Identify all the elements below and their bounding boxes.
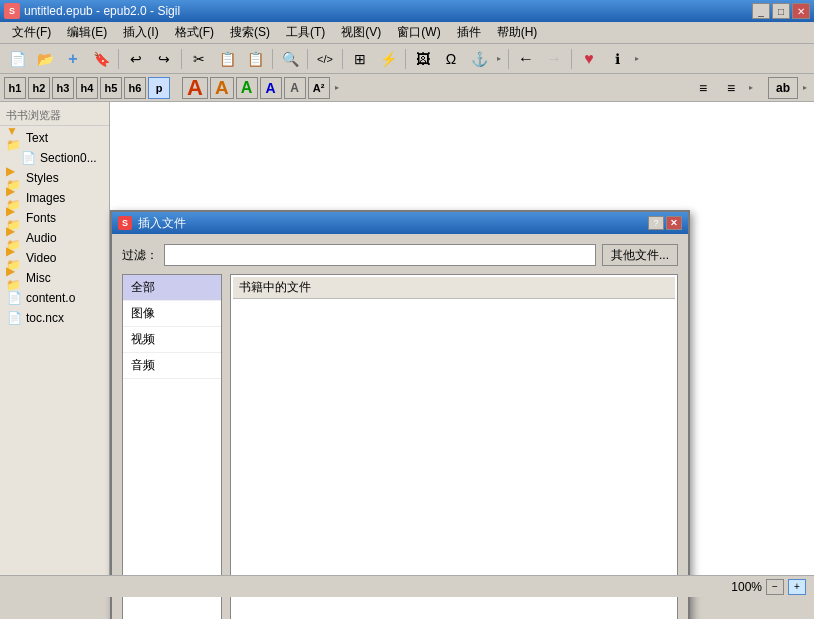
heading-toolbar: h1 h2 h3 h4 h5 h6 p A A A A A A² ▸ ≡ ≡ ▸… <box>0 74 814 102</box>
ab-more-arrow[interactable]: ▸ <box>800 76 810 100</box>
main-toolbar: 📄 📂 + 🔖 ↩ ↪ ✂ 📋 📋 🔍 </> ⊞ ⚡ 🖼 Ω ⚓ ▸ ← → … <box>0 44 814 74</box>
dialog-content-area: 全部 图像 视频 音频 书籍中的文件 <box>122 274 678 619</box>
file-list[interactable]: 书籍中的文件 <box>230 274 678 619</box>
menu-search[interactable]: 搜索(S) <box>222 22 278 43</box>
heading1-button[interactable]: h1 <box>4 77 26 99</box>
heading5-button[interactable]: h5 <box>100 77 122 99</box>
menu-insert[interactable]: 插入(I) <box>115 22 166 43</box>
app-title: untitled.epub - epub2.0 - Sigil <box>24 4 752 18</box>
toolbar-separator-2 <box>181 49 182 69</box>
cat-item-audio[interactable]: 音频 <box>123 353 221 379</box>
code-view-button[interactable]: </> <box>312 47 338 71</box>
search-button[interactable]: 🔍 <box>277 47 303 71</box>
cat-item-video[interactable]: 视频 <box>123 327 221 353</box>
file-icon-content: 📄 <box>6 290 22 306</box>
anchor-button[interactable]: ⚓ <box>466 47 492 71</box>
dialog-title-bar: S 插入文件 ? ✕ <box>112 212 688 234</box>
toolbar-separator-7 <box>508 49 509 69</box>
category-list: 全部 图像 视频 音频 <box>122 274 222 619</box>
heading4-button[interactable]: h4 <box>76 77 98 99</box>
menu-tools[interactable]: 工具(T) <box>278 22 333 43</box>
font-large-button[interactable]: A <box>182 77 208 99</box>
cut-button[interactable]: ✂ <box>186 47 212 71</box>
dialog-body: 过滤： 其他文件... 全部 图像 视频 音频 书籍中的文件 <box>112 234 688 619</box>
cat-item-images[interactable]: 图像 <box>123 301 221 327</box>
font-medium-large-button[interactable]: A <box>210 77 234 99</box>
file-icon-toc: 📄 <box>6 310 22 326</box>
cat-item-all[interactable]: 全部 <box>123 275 221 301</box>
forward-button: → <box>541 47 567 71</box>
font-toolbar-more[interactable]: ▸ <box>332 76 342 100</box>
sidebar-item-content[interactable]: 📄 content.o <box>0 288 109 308</box>
epub-check-button[interactable]: ⚡ <box>375 47 401 71</box>
close-button[interactable]: ✕ <box>792 3 810 19</box>
menu-bar: 文件(F) 编辑(E) 插入(I) 格式(F) 搜索(S) 工具(T) 视图(V… <box>0 22 814 44</box>
title-bar-buttons: _ □ ✕ <box>752 3 810 19</box>
open-button[interactable]: 📂 <box>32 47 58 71</box>
image-button[interactable]: 🖼 <box>410 47 436 71</box>
outdent-button[interactable]: ≡ <box>718 76 744 100</box>
sidebar: 书书浏览器 ▼📁 Text 📄 Section0... ▶📁 Styles ▶📁… <box>0 102 110 597</box>
heading2-button[interactable]: h2 <box>28 77 50 99</box>
folder-icon: ▼📁 <box>6 130 22 146</box>
heart-button[interactable]: ♥ <box>576 47 602 71</box>
menu-view[interactable]: 视图(V) <box>333 22 389 43</box>
indent-more-arrow[interactable]: ▸ <box>746 76 756 100</box>
other-files-button[interactable]: 其他文件... <box>602 244 678 266</box>
status-bar: 100% − + <box>0 575 814 597</box>
heading6-button[interactable]: h6 <box>124 77 146 99</box>
maximize-button[interactable]: □ <box>772 3 790 19</box>
sidebar-item-text[interactable]: ▼📁 Text <box>0 128 109 148</box>
insert-file-dialog: S 插入文件 ? ✕ 过滤： 其他文件... 全部 图像 视频 <box>110 210 690 619</box>
toolbar-more-arrow[interactable]: ▸ <box>494 47 504 71</box>
dialog-title-buttons: ? ✕ <box>648 216 682 230</box>
back-button[interactable]: ← <box>513 47 539 71</box>
view-button[interactable]: ⊞ <box>347 47 373 71</box>
filter-row: 过滤： 其他文件... <box>122 244 678 266</box>
main-area: 书书浏览器 ▼📁 Text 📄 Section0... ▶📁 Styles ▶📁… <box>0 102 814 597</box>
menu-plugins[interactable]: 插件 <box>449 22 489 43</box>
add-button[interactable]: + <box>60 47 86 71</box>
sidebar-item-toc[interactable]: 📄 toc.ncx <box>0 308 109 328</box>
app-icon: S <box>4 3 20 19</box>
menu-format[interactable]: 格式(F) <box>167 22 222 43</box>
paste-button[interactable]: 📋 <box>242 47 268 71</box>
dialog-icon: S <box>118 216 132 230</box>
special-char-button[interactable]: Ω <box>438 47 464 71</box>
folder-icon-misc: ▶📁 <box>6 270 22 286</box>
dialog-help-button[interactable]: ? <box>648 216 664 230</box>
zoom-out-button[interactable]: − <box>766 579 784 595</box>
toolbar-more-arrow-2[interactable]: ▸ <box>632 47 642 71</box>
toolbar-separator-5 <box>342 49 343 69</box>
sidebar-header: 书书浏览器 <box>0 106 109 126</box>
font-small-button[interactable]: A <box>284 77 306 99</box>
indent-button[interactable]: ≡ <box>690 76 716 100</box>
redo-button[interactable]: ↪ <box>151 47 177 71</box>
dialog-close-button[interactable]: ✕ <box>666 216 682 230</box>
dialog-title: 插入文件 <box>138 215 648 232</box>
menu-edit[interactable]: 编辑(E) <box>59 22 115 43</box>
toolbar-separator-4 <box>307 49 308 69</box>
paragraph-button[interactable]: p <box>148 77 170 99</box>
font-superscript-button[interactable]: A² <box>308 77 330 99</box>
menu-help[interactable]: 帮助(H) <box>489 22 546 43</box>
undo-button[interactable]: ↩ <box>123 47 149 71</box>
minimize-button[interactable]: _ <box>752 3 770 19</box>
menu-file[interactable]: 文件(F) <box>4 22 59 43</box>
filter-label: 过滤： <box>122 247 158 264</box>
zoom-in-button[interactable]: + <box>788 579 806 595</box>
copy-button[interactable]: 📋 <box>214 47 240 71</box>
heading3-button[interactable]: h3 <box>52 77 74 99</box>
new-button[interactable]: 📄 <box>4 47 30 71</box>
font-small-medium-button[interactable]: A <box>260 77 282 99</box>
filter-input[interactable] <box>164 244 596 266</box>
toolbar-separator-1 <box>118 49 119 69</box>
toolbar-separator-3 <box>272 49 273 69</box>
ab-button[interactable]: ab <box>768 77 798 99</box>
bookmark-button[interactable]: 🔖 <box>88 47 114 71</box>
toolbar-separator-8 <box>571 49 572 69</box>
info-button[interactable]: ℹ <box>604 47 630 71</box>
sidebar-item-misc[interactable]: ▶📁 Misc <box>0 268 109 288</box>
menu-window[interactable]: 窗口(W) <box>389 22 448 43</box>
font-medium-button[interactable]: A <box>236 77 258 99</box>
